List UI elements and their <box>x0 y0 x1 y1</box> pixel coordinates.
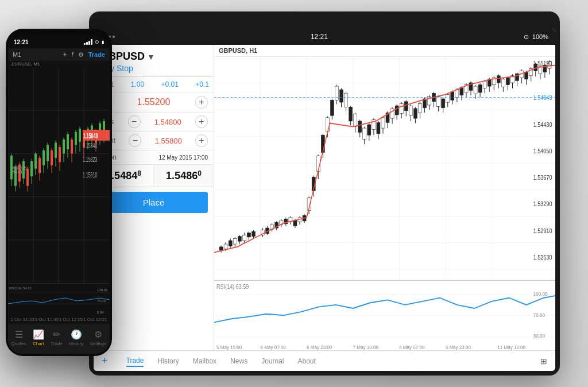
phone-nav-history[interactable]: 🕐 History <box>69 329 83 346</box>
price-chart-svg: 1.55190 1.54848 1.54430 1.54050 1.53670 … <box>214 57 555 350</box>
svg-rect-138 <box>506 78 509 85</box>
svg-rect-202 <box>34 153 37 168</box>
wifi-icon: ⊙ <box>524 33 529 41</box>
tp-plus-btn[interactable]: + <box>195 134 208 147</box>
svg-rect-18 <box>224 244 227 249</box>
trade-price-value: 1.55200 <box>137 97 171 107</box>
chart-icon: 📈 <box>33 329 44 340</box>
svg-text:70.00: 70.00 <box>97 299 106 303</box>
adjust-plus-01[interactable]: +0.1 <box>195 80 209 88</box>
time-label-2: 1 Oct 12:05 <box>59 317 83 322</box>
svg-rect-66 <box>339 90 343 102</box>
svg-rect-16 <box>219 247 223 250</box>
phone-trade-button[interactable]: Trade <box>88 51 105 58</box>
svg-rect-68 <box>345 93 348 107</box>
phone-nav-trade-label: Trade <box>51 341 63 346</box>
svg-rect-136 <box>501 79 505 87</box>
settings-icon: ⚙ <box>94 329 102 340</box>
ask-price-main: 1.5486 <box>166 170 198 181</box>
svg-rect-20 <box>229 241 232 246</box>
chart-panel: GBPUSD, H1 <box>214 45 555 350</box>
svg-rect-82 <box>377 122 380 133</box>
svg-text:100.00: 100.00 <box>97 288 108 292</box>
svg-text:1.54430: 1.54430 <box>533 121 552 128</box>
dropdown-arrow-icon[interactable]: ▼ <box>147 52 155 61</box>
ask-box[interactable]: 1.54860 <box>154 165 214 187</box>
svg-rect-0 <box>214 57 555 350</box>
plus-icon[interactable]: + <box>63 51 67 59</box>
phone-nav-quotes[interactable]: ☰ Quotes <box>11 329 26 346</box>
phone-nav-settings[interactable]: ⚙ Settings <box>90 329 106 346</box>
tablet-screen: 12:21 ⊙ 100% GBPUSD ▼ Buy Stop <box>94 29 555 371</box>
svg-text:30.00: 30.00 <box>533 332 545 339</box>
price-plus-btn[interactable]: + <box>195 96 208 109</box>
svg-rect-114 <box>451 92 454 100</box>
svg-rect-222 <box>75 132 77 145</box>
tab-history[interactable]: History <box>157 356 179 366</box>
svg-rect-208 <box>47 145 49 161</box>
wifi-icon: ⊙ <box>95 39 99 45</box>
ask-price-super: 0 <box>198 169 202 177</box>
tab-about[interactable]: About <box>298 356 316 366</box>
svg-rect-216 <box>63 140 65 153</box>
function-icon[interactable]: f <box>72 51 74 58</box>
phone-status-bar: 12:21 ⊙ ▮ <box>8 36 110 48</box>
phone-nav-chart[interactable]: 📈 Chart <box>33 329 44 346</box>
phone-timeframe[interactable]: M1 <box>13 51 21 58</box>
tab-trade[interactable]: Trade <box>126 355 144 367</box>
tablet-content: GBPUSD ▼ Buy Stop -0.01 1.00 +0.01 +0.1 <box>94 45 555 350</box>
phone-time: 12:21 <box>14 39 29 45</box>
svg-rect-84 <box>381 118 385 128</box>
svg-text:1.15810: 1.15810 <box>83 170 97 179</box>
phone-time-labels: 1 Oct 11:33 1 Oct 11:49 1 Oct 12:05 1 Oc… <box>8 315 110 324</box>
svg-text:8 May 23:00: 8 May 23:00 <box>446 344 471 350</box>
svg-text:5 May 15:00: 5 May 15:00 <box>216 344 242 350</box>
phone-signal-icon <box>84 39 92 45</box>
svg-text:1.52910: 1.52910 <box>533 227 552 234</box>
svg-rect-78 <box>368 125 371 135</box>
svg-text:RSI(14): 54.81: RSI(14): 54.81 <box>9 287 32 290</box>
svg-rect-98 <box>413 109 417 118</box>
svg-text:1.15840: 1.15840 <box>83 141 97 150</box>
svg-rect-124 <box>474 86 477 94</box>
tablet-bottom-nav: + Trade History Mailbox News Journal Abo… <box>94 350 555 371</box>
svg-rect-64 <box>335 86 338 100</box>
svg-rect-108 <box>437 96 440 106</box>
trade-type[interactable]: Buy Stop <box>100 64 207 73</box>
svg-rect-110 <box>442 99 445 108</box>
svg-rect-220 <box>71 140 73 153</box>
sl-minus-btn[interactable]: − <box>128 115 141 128</box>
add-tab-button[interactable]: + <box>102 355 108 367</box>
svg-text:6 May 07:00: 6 May 07:00 <box>261 344 286 350</box>
grid-icon[interactable]: ⊞ <box>540 357 547 366</box>
tab-journal[interactable]: Journal <box>261 356 284 366</box>
place-button[interactable]: Place <box>99 192 208 213</box>
svg-text:RSI(14) 63.59: RSI(14) 63.59 <box>216 283 249 290</box>
phone-nav-history-label: History <box>69 341 83 346</box>
time-label-3: 1 Oct 12:21 <box>83 317 107 322</box>
svg-rect-92 <box>400 104 403 114</box>
sl-plus-btn[interactable]: + <box>195 115 208 128</box>
chart-area[interactable]: 1.55190 1.54848 1.54430 1.54050 1.53670 … <box>214 57 555 350</box>
bid-price-super: 8 <box>137 169 141 177</box>
adjust-plus-001[interactable]: +0.01 <box>161 80 179 88</box>
tablet: 12:21 ⊙ 100% GBPUSD ▼ Buy Stop <box>89 11 560 376</box>
svg-rect-46 <box>293 220 297 226</box>
svg-text:100.00: 100.00 <box>533 291 548 297</box>
phone-chart-area[interactable]: 1.15840 1.15823 1.15810 1.15848 RSI(14):… <box>8 67 110 283</box>
indicator-icon[interactable]: ⚙ <box>78 51 84 59</box>
tp-minus-btn[interactable]: − <box>129 134 141 147</box>
svg-rect-30 <box>252 231 255 237</box>
phone-symbol-label: EURUSD, M1 <box>8 61 110 67</box>
chart-header: GBPUSD, H1 <box>214 45 555 57</box>
tab-news[interactable]: News <box>230 356 247 366</box>
phone-nav-trade[interactable]: ✏ Trade <box>51 329 63 346</box>
phone-chart-actions: + f ⚙ Trade <box>63 51 105 59</box>
svg-text:1.52530: 1.52530 <box>533 254 552 261</box>
phone-price-chart-svg: 1.15840 1.15823 1.15810 1.15848 <box>8 67 110 283</box>
tab-mailbox[interactable]: Mailbox <box>193 356 216 366</box>
svg-rect-212 <box>55 143 57 158</box>
phone-nav-quotes-label: Quotes <box>11 341 26 346</box>
adjust-100[interactable]: 1.00 <box>131 80 144 88</box>
svg-text:1.53670: 1.53670 <box>533 174 552 181</box>
